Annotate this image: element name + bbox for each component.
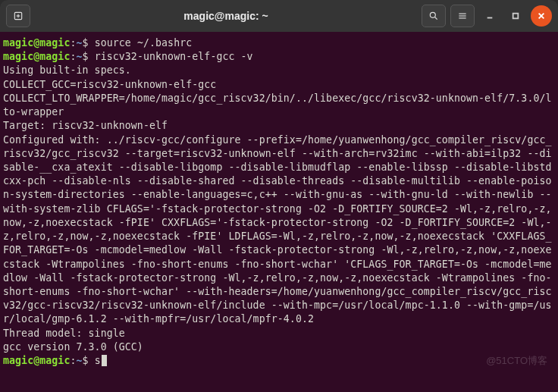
search-icon	[428, 11, 439, 21]
hamburger-icon	[457, 11, 468, 21]
terminal-output-line: gcc version 7.3.0 (GCC)	[3, 340, 555, 354]
svg-point-3	[430, 12, 435, 17]
prompt-dollar: $	[83, 355, 95, 366]
prompt-user-host: magic@magic	[3, 355, 70, 366]
prompt-user-host: magic@magic	[3, 37, 70, 49]
prompt-path: ~	[76, 355, 82, 366]
command-text: source ~/.bashrc	[95, 37, 193, 49]
prompt-path: ~	[76, 37, 82, 49]
output-text: Configured with: ../riscv-gcc/configure …	[3, 134, 552, 325]
cursor	[102, 355, 107, 366]
search-button[interactable]	[422, 5, 446, 27]
menu-button[interactable]	[450, 5, 475, 27]
output-text: gcc version 7.3.0 (GCC)	[3, 341, 143, 353]
close-button[interactable]	[531, 5, 552, 27]
terminal-output-line: Configured with: ../riscv-gcc/configure …	[3, 133, 555, 327]
terminal-command-line: magic@magic:~$ source ~/.bashrc	[3, 36, 555, 50]
minimize-button[interactable]	[479, 5, 500, 27]
terminal-command-line: magic@magic:~$ riscv32-unknown-elf-gcc -…	[3, 50, 555, 64]
terminal-viewport[interactable]: magic@magic:~$ source ~/.bashrcmagic@mag…	[0, 32, 558, 392]
prompt-dollar: $	[83, 51, 95, 62]
prompt-dollar: $	[83, 37, 95, 49]
command-text: s	[95, 355, 101, 366]
output-text: COLLECT_LTO_WRAPPER=/home/magic/gcc_risc…	[3, 93, 552, 118]
output-text: Target: riscv32-unknown-elf	[3, 120, 168, 131]
prompt-user-host: magic@magic	[3, 51, 70, 62]
output-text: COLLECT_GCC=riscv32-unknown-elf-gcc	[3, 79, 216, 90]
svg-rect-9	[513, 14, 519, 19]
svg-line-4	[435, 17, 437, 20]
titlebar: magic@magic: ~	[0, 0, 558, 32]
maximize-icon	[512, 12, 519, 20]
command-text: riscv32-unknown-elf-gcc -v	[95, 51, 253, 62]
terminal-command-line: magic@magic:~$ s	[3, 354, 555, 368]
terminal-output-line: COLLECT_LTO_WRAPPER=/home/magic/gcc_risc…	[3, 92, 555, 119]
maximize-button[interactable]	[505, 5, 526, 27]
terminal-output-line: Target: riscv32-unknown-elf	[3, 119, 555, 133]
terminal-output-line: COLLECT_GCC=riscv32-unknown-elf-gcc	[3, 78, 555, 92]
window-title: magic@magic: ~	[35, 10, 417, 22]
new-tab-button[interactable]	[6, 5, 30, 27]
terminal-output-line: Thread model: single	[3, 327, 555, 340]
prompt-path: ~	[76, 51, 82, 62]
minimize-icon	[486, 12, 494, 20]
output-text: Using built-in specs.	[3, 64, 131, 76]
terminal-output-line: Using built-in specs.	[3, 64, 555, 77]
output-text: Thread model: single	[3, 328, 125, 339]
new-tab-icon	[13, 11, 24, 21]
close-icon	[538, 12, 545, 20]
